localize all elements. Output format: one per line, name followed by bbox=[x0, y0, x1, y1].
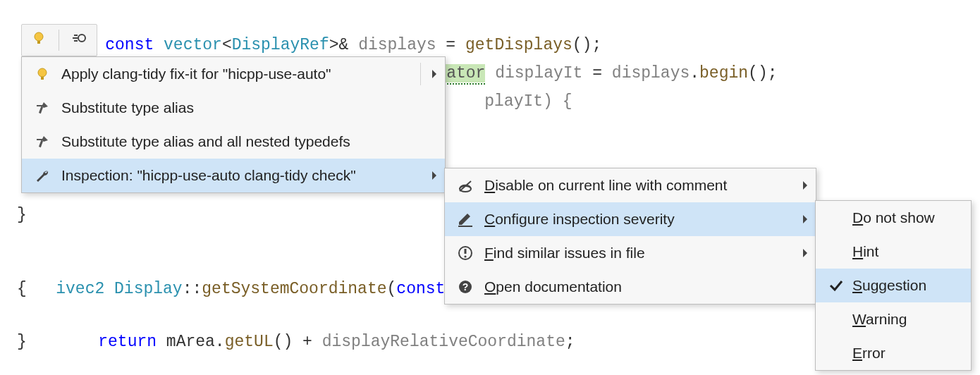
svg-point-15 bbox=[464, 255, 466, 257]
bulb-icon bbox=[30, 66, 54, 82]
code-line: return mArea.getUL() + displayRelativeCo… bbox=[59, 300, 575, 375]
menu-item-label: Suggestion bbox=[848, 277, 964, 294]
code-line: } bbox=[17, 328, 27, 356]
svg-rect-8 bbox=[39, 106, 43, 113]
menu-item-warning[interactable]: Warning bbox=[816, 302, 971, 336]
submenu-arrow-icon bbox=[802, 177, 809, 194]
svg-rect-1 bbox=[37, 41, 40, 44]
check-icon bbox=[824, 277, 848, 294]
menu-item-label: Disable on current line with comment bbox=[477, 177, 809, 194]
code-line: } bbox=[17, 201, 27, 229]
menu-item-error[interactable]: Error bbox=[816, 336, 971, 370]
menu-item-find-similar[interactable]: Find similar issues in file bbox=[445, 236, 816, 270]
intention-bulb-gutter[interactable] bbox=[21, 24, 97, 56]
menu-item-label: Find similar issues in file bbox=[477, 245, 809, 262]
hammer-icon bbox=[30, 99, 54, 116]
hammer-icon bbox=[30, 133, 54, 150]
submenu-arrow-icon bbox=[431, 66, 438, 82]
menu-item-disable-line[interactable]: Disable on current line with comment bbox=[445, 168, 816, 202]
menu-item-inspection[interactable]: Inspection: "hicpp-use-auto clang-tidy c… bbox=[22, 159, 445, 192]
menu-item-substitute-alias[interactable]: Substitute type alias bbox=[22, 91, 445, 125]
disable-icon bbox=[453, 177, 477, 194]
submenu-arrow-icon bbox=[431, 167, 438, 184]
intention-menu: Apply clang-tidy fix-it for "hicpp-use-a… bbox=[21, 56, 446, 193]
menu-item-suggestion[interactable]: Suggestion bbox=[816, 269, 971, 302]
menu-item-label: Configure inspection severity bbox=[477, 211, 809, 228]
exclaim-icon bbox=[453, 245, 477, 262]
pen-icon bbox=[453, 211, 477, 228]
bulb-icon bbox=[30, 30, 47, 51]
divider bbox=[59, 30, 59, 51]
menu-item-apply-fixit[interactable]: Apply clang-tidy fix-it for "hicpp-use-a… bbox=[22, 57, 445, 91]
menu-item-label: Apply clang-tidy fix-it for "hicpp-use-a… bbox=[54, 66, 438, 82]
menu-item-open-docs[interactable]: ? Open documentation bbox=[445, 270, 816, 304]
refactor-icon bbox=[71, 30, 88, 51]
menu-item-label: Inspection: "hicpp-use-auto clang-tidy c… bbox=[54, 167, 438, 184]
submenu-arrow-icon bbox=[802, 211, 809, 228]
menu-item-substitute-alias-nested[interactable]: Substitute type alias and all nested typ… bbox=[22, 125, 445, 159]
code-line: playIt) { bbox=[446, 59, 572, 144]
svg-rect-9 bbox=[39, 140, 43, 147]
submenu-arrow-icon bbox=[802, 245, 809, 262]
question-icon: ? bbox=[453, 278, 477, 295]
svg-point-6 bbox=[38, 68, 47, 77]
svg-text:?: ? bbox=[463, 281, 469, 293]
svg-point-2 bbox=[78, 35, 85, 42]
menu-item-label: Warning bbox=[848, 311, 964, 328]
menu-item-label: Substitute type alias bbox=[54, 99, 438, 116]
menu-item-label: Hint bbox=[848, 243, 964, 260]
menu-item-label: Substitute type alias and all nested typ… bbox=[54, 133, 438, 150]
inspection-submenu: Disable on current line with comment Con… bbox=[444, 168, 816, 305]
menu-item-donotshow[interactable]: Do not show bbox=[816, 201, 971, 235]
divider bbox=[420, 63, 421, 85]
code-line: { bbox=[17, 275, 27, 303]
menu-item-hint[interactable]: Hint bbox=[816, 235, 971, 269]
svg-rect-7 bbox=[41, 77, 44, 80]
menu-item-label: Error bbox=[848, 345, 964, 362]
menu-item-label: Do not show bbox=[848, 209, 964, 226]
svg-point-0 bbox=[35, 32, 43, 41]
menu-item-configure-severity[interactable]: Configure inspection severity bbox=[445, 202, 816, 236]
menu-item-label: Open documentation bbox=[477, 278, 809, 295]
severity-submenu: Do not show Hint Suggestion Warning Erro… bbox=[815, 200, 972, 371]
wrench-icon bbox=[30, 167, 54, 184]
